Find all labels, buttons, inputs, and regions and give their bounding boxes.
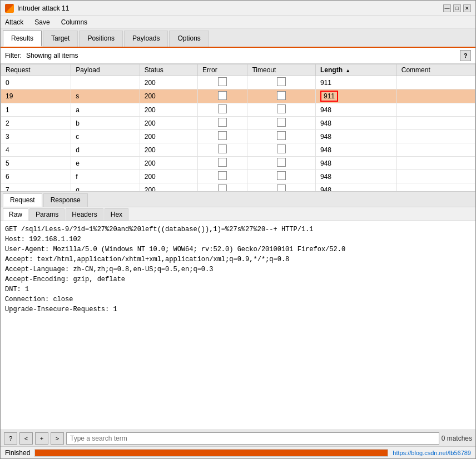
cell-payload: [71, 76, 140, 89]
inner-tab-hex[interactable]: Hex: [105, 208, 128, 221]
tab-payloads[interactable]: Payloads: [124, 31, 168, 47]
cell-request: 0: [1, 76, 71, 89]
sub-tab-request[interactable]: Request: [3, 193, 42, 207]
error-checkbox[interactable]: [218, 104, 227, 113]
error-checkbox[interactable]: [218, 144, 227, 153]
col-header-request[interactable]: Request: [1, 64, 71, 76]
cell-payload: c: [71, 130, 140, 143]
cell-payload: s: [71, 89, 140, 103]
status-url[interactable]: https://blog.csdn.net/lb56789: [393, 450, 471, 456]
timeout-checkbox[interactable]: [277, 184, 286, 192]
results-table-wrapper: Request Payload Status Error Timeout Len…: [1, 64, 475, 192]
search-matches-count: 0 matches: [442, 435, 472, 442]
cell-length: 948: [315, 157, 396, 170]
cell-error: [198, 157, 247, 170]
col-header-comment[interactable]: Comment: [396, 64, 475, 76]
search-prev-button[interactable]: <: [19, 432, 33, 445]
table-row[interactable]: 19s200911: [1, 89, 475, 103]
filter-label: Filter:: [5, 52, 22, 59]
filter-value: Showing all items: [26, 52, 78, 59]
cell-error: [198, 117, 247, 130]
cell-comment: [396, 183, 475, 192]
search-add-button[interactable]: +: [35, 432, 48, 445]
error-checkbox[interactable]: [218, 77, 227, 86]
table-header-row: Request Payload Status Error Timeout Len…: [1, 64, 475, 76]
cell-error: [198, 76, 247, 89]
progress-fill: [35, 450, 388, 456]
cell-error: [198, 130, 247, 143]
col-header-payload[interactable]: Payload: [71, 64, 140, 76]
cell-request: 7: [1, 183, 71, 192]
timeout-checkbox[interactable]: [277, 171, 286, 180]
menu-attack[interactable]: Attack: [3, 17, 26, 27]
search-input[interactable]: [66, 432, 439, 445]
timeout-checkbox[interactable]: [277, 158, 286, 167]
minimize-button[interactable]: —: [443, 4, 451, 12]
menu-bar: Attack Save Columns: [1, 16, 475, 28]
error-checkbox[interactable]: [218, 118, 227, 127]
bottom-section: Request Response Raw Params Headers Hex …: [1, 192, 475, 430]
col-header-status[interactable]: Status: [140, 64, 197, 76]
cell-request: 1: [1, 103, 71, 117]
timeout-checkbox[interactable]: [277, 104, 286, 113]
col-header-error[interactable]: Error: [198, 64, 247, 76]
cell-payload: g: [71, 183, 140, 192]
inner-tab-params[interactable]: Params: [29, 208, 65, 221]
cell-request: 19: [1, 89, 71, 103]
timeout-checkbox[interactable]: [277, 131, 286, 140]
table-row[interactable]: 1a200948: [1, 103, 475, 117]
table-row[interactable]: 7g200948: [1, 183, 475, 192]
filter-help-button[interactable]: ?: [460, 50, 471, 61]
cell-comment: [396, 103, 475, 117]
maximize-button[interactable]: □: [453, 4, 461, 12]
sub-tabs: Request Response: [1, 192, 475, 207]
search-help-button[interactable]: ?: [4, 432, 17, 445]
error-checkbox[interactable]: [218, 158, 227, 167]
tab-target[interactable]: Target: [43, 31, 78, 47]
error-checkbox[interactable]: [218, 184, 227, 192]
table-row[interactable]: 6f200948: [1, 170, 475, 183]
menu-save[interactable]: Save: [32, 17, 52, 27]
table-row[interactable]: 3c200948: [1, 130, 475, 143]
timeout-checkbox[interactable]: [277, 77, 286, 86]
close-button[interactable]: ✕: [463, 4, 471, 12]
table-row[interactable]: 4d200948: [1, 143, 475, 157]
window-title: Intruder attack 11: [17, 4, 440, 12]
cell-comment: [396, 143, 475, 157]
cell-payload: e: [71, 157, 140, 170]
inner-tab-headers[interactable]: Headers: [66, 208, 103, 221]
cell-status: 200: [140, 170, 197, 183]
sub-tab-response[interactable]: Response: [43, 193, 88, 207]
table-row[interactable]: 0200911: [1, 76, 475, 89]
col-header-length[interactable]: Length ▲: [315, 64, 396, 76]
cell-timeout: [247, 157, 316, 170]
main-window: Intruder attack 11 — □ ✕ Attack Save Col…: [0, 0, 476, 459]
error-checkbox[interactable]: [218, 91, 227, 100]
cell-status: 200: [140, 157, 197, 170]
timeout-checkbox[interactable]: [277, 118, 286, 127]
table-row[interactable]: 5e200948: [1, 157, 475, 170]
cell-length: 948: [315, 117, 396, 130]
cell-timeout: [247, 130, 316, 143]
cell-comment: [396, 89, 475, 103]
tab-options[interactable]: Options: [169, 31, 209, 47]
status-progress-bar: [34, 449, 388, 457]
table-row[interactable]: 2b200948: [1, 117, 475, 130]
cell-status: 200: [140, 183, 197, 192]
col-header-timeout[interactable]: Timeout: [247, 64, 316, 76]
error-checkbox[interactable]: [218, 171, 227, 180]
cell-status: 200: [140, 76, 197, 89]
cell-payload: a: [71, 103, 140, 117]
tab-results[interactable]: Results: [3, 31, 42, 47]
length-value-highlighted: 911: [320, 91, 338, 102]
request-content: GET /sqli/Less-9/?id=1%27%20and%20left((…: [1, 221, 475, 430]
timeout-checkbox[interactable]: [277, 144, 286, 153]
cell-comment: [396, 157, 475, 170]
menu-columns[interactable]: Columns: [59, 17, 90, 27]
timeout-checkbox[interactable]: [277, 91, 286, 100]
status-text: Finished: [5, 449, 30, 457]
tab-positions[interactable]: Positions: [79, 31, 123, 47]
error-checkbox[interactable]: [218, 131, 227, 140]
inner-tab-raw[interactable]: Raw: [3, 208, 28, 221]
search-next-button[interactable]: >: [51, 432, 64, 445]
